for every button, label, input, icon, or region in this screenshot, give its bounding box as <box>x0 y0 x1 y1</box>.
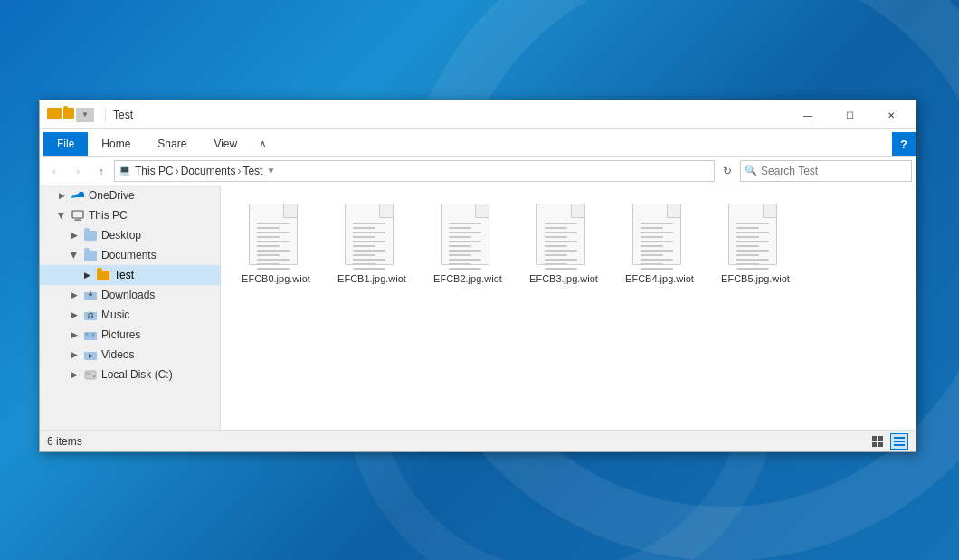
svg-point-6 <box>88 317 90 318</box>
file-name-5: EFCB5.jpg.wiot <box>721 272 790 285</box>
svg-rect-4 <box>84 292 89 295</box>
svg-rect-1 <box>75 218 81 220</box>
tab-view[interactable]: View <box>200 132 251 156</box>
svg-rect-17 <box>878 436 883 441</box>
file-name-3: EFCB3.jpg.wiot <box>529 272 598 285</box>
expand-arrow-desktop: ▶ <box>69 230 80 241</box>
search-box: 🔍 <box>740 160 912 182</box>
file-name-0: EFCB0.jpg.wiot <box>242 272 310 285</box>
breadcrumb-sep-2: › <box>237 165 241 177</box>
file-item-4[interactable]: EFCB4.jpg.wiot <box>619 200 700 289</box>
breadcrumb-sep-1: › <box>176 165 179 177</box>
search-input[interactable] <box>761 165 907 177</box>
expand-arrow-downloads: ▶ <box>69 289 80 300</box>
window-controls: — ☐ ✕ <box>787 100 912 128</box>
svg-rect-0 <box>72 211 83 218</box>
title-bar: ▼ Test — ☐ ✕ <box>40 100 916 129</box>
pictures-folder-icon <box>83 327 98 342</box>
title-bar-icons: ▼ <box>47 108 94 122</box>
details-view-button[interactable] <box>890 433 908 450</box>
sidebar-label-videos: Videos <box>101 348 134 361</box>
expand-arrow-onedrive: ▶ <box>56 190 67 201</box>
file-icon-5 <box>728 204 783 267</box>
expand-arrow-music: ▶ <box>69 309 80 320</box>
sidebar-item-local-disk[interactable]: ▶ Local Disk (C:) <box>40 365 220 384</box>
file-item-1[interactable]: EFCB1.jpg.wiot <box>331 200 413 289</box>
svg-rect-9 <box>85 333 89 336</box>
minimize-button[interactable]: — <box>787 100 829 129</box>
status-bar-right <box>869 433 908 450</box>
sidebar-label-music: Music <box>101 308 129 321</box>
file-item-2[interactable]: EFCB2.jpg.wiot <box>427 200 508 289</box>
file-name-4: EFCB4.jpg.wiot <box>625 272 694 285</box>
maximize-button[interactable]: ☐ <box>829 100 870 129</box>
file-item-0[interactable]: EFCB0.jpg.wiot <box>235 200 317 289</box>
file-icon-2 <box>441 204 495 267</box>
music-folder-icon <box>83 308 98 322</box>
tab-file[interactable]: File <box>43 132 88 156</box>
expand-arrow-documents: ▶ <box>69 250 80 261</box>
svg-point-7 <box>91 316 93 318</box>
title-icon-3: ▼ <box>76 108 94 122</box>
file-item-3[interactable]: EFCB3.jpg.wiot <box>523 200 604 289</box>
svg-rect-18 <box>872 442 877 447</box>
ribbon-tabs: File Home Share View ∧ ? <box>40 129 916 157</box>
help-button[interactable]: ? <box>892 132 916 156</box>
svg-rect-2 <box>74 220 81 221</box>
back-button[interactable]: ‹ <box>43 160 65 182</box>
desktop-folder-icon <box>83 228 98 242</box>
sidebar-item-this-pc[interactable]: ▶ This PC <box>40 205 220 225</box>
downloads-folder-icon <box>83 288 98 302</box>
svg-point-14 <box>93 375 95 377</box>
breadcrumb-dropdown[interactable]: ▼ <box>266 166 275 176</box>
ribbon-expand-button[interactable]: ∧ <box>251 132 274 156</box>
file-icon-4 <box>632 204 687 267</box>
sidebar-item-documents[interactable]: ▶ Documents <box>40 245 220 265</box>
file-icon-1 <box>345 204 399 267</box>
tab-home[interactable]: Home <box>88 132 144 156</box>
refresh-icon: ↻ <box>723 165 732 177</box>
sidebar-label-this-pc: This PC <box>89 209 128 222</box>
sidebar-label-desktop: Desktop <box>101 229 141 242</box>
sidebar-label-downloads: Downloads <box>101 289 155 301</box>
videos-folder-icon <box>83 347 98 362</box>
sidebar-item-pictures[interactable]: ▶ Pictures <box>40 325 220 345</box>
svg-rect-15 <box>86 373 90 375</box>
test-folder-icon <box>96 268 110 282</box>
medium-icons-view-button[interactable] <box>869 433 887 450</box>
sidebar-item-videos[interactable]: ▶ Videos <box>40 345 220 365</box>
expand-arrow-local-disk: ▶ <box>69 369 80 380</box>
content-pane: EFCB0.jpg.wiot <box>221 185 916 430</box>
sidebar-item-desktop[interactable]: ▶ Desktop <box>40 225 220 245</box>
file-icon-0 <box>249 204 303 267</box>
expand-arrow-test: ▶ <box>81 270 92 280</box>
svg-rect-20 <box>894 437 905 439</box>
sidebar-label-documents: Documents <box>101 249 157 261</box>
up-button[interactable]: ↑ <box>90 160 112 182</box>
address-bar: ‹ › ↑ 💻 This PC › Documents › Test ▼ ↻ <box>40 157 916 185</box>
sidebar-item-onedrive[interactable]: ▶ OneDrive <box>40 185 220 205</box>
sidebar-item-test[interactable]: ▶ Test <box>40 265 220 285</box>
file-name-2: EFCB2.jpg.wiot <box>433 272 502 285</box>
title-folder-icon <box>47 108 62 119</box>
file-item-5[interactable]: EFCB5.jpg.wiot <box>715 200 796 289</box>
address-breadcrumb[interactable]: 💻 This PC › Documents › Test ▼ <box>114 160 715 182</box>
tab-share[interactable]: Share <box>144 132 200 156</box>
breadcrumb-this-pc: 💻 This PC <box>119 165 174 177</box>
forward-button[interactable]: › <box>67 160 89 182</box>
files-grid: EFCB0.jpg.wiot <box>235 200 901 289</box>
file-icon-3 <box>536 204 591 267</box>
onedrive-icon <box>71 188 85 203</box>
close-button[interactable]: ✕ <box>870 100 912 129</box>
sidebar-item-downloads[interactable]: ▶ Downloads <box>40 285 220 305</box>
expand-arrow-pictures: ▶ <box>69 329 80 340</box>
breadcrumb-test: Test <box>242 165 262 177</box>
this-pc-icon <box>71 208 85 223</box>
sidebar-item-music[interactable]: ▶ Music <box>40 305 220 325</box>
sidebar-label-onedrive: OneDrive <box>89 189 135 202</box>
refresh-button[interactable]: ↻ <box>717 160 738 182</box>
expand-arrow-videos: ▶ <box>69 349 80 360</box>
svg-rect-13 <box>85 371 96 379</box>
status-bar: 6 items <box>40 430 916 451</box>
search-magnifier-icon: 🔍 <box>745 165 757 176</box>
